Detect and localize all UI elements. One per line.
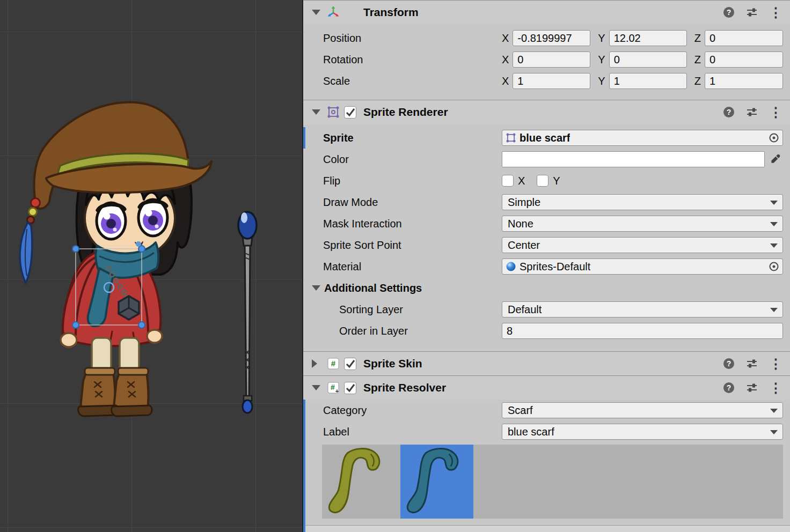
inspector-end-strip [303, 525, 790, 532]
eyedropper-icon[interactable] [768, 153, 783, 165]
sprite-renderer-body: Sprite blue scarf [303, 124, 790, 351]
rotation-row: Rotation X Y Z [303, 49, 790, 70]
bone-gizmo[interactable] [136, 241, 141, 247]
presets-icon[interactable] [745, 357, 758, 370]
axis-z-label: Z [694, 32, 701, 45]
sprite-skin-header[interactable]: # Sprite Skin ? ⋮ [303, 351, 790, 375]
transform-header[interactable]: Transform ? ⋮ [303, 0, 790, 24]
sprite-resolver-title: Sprite Resolver [363, 381, 446, 394]
sprite-resolver-enabled-checkbox[interactable] [344, 382, 356, 394]
scale-x-input[interactable] [513, 73, 590, 89]
position-z-input[interactable] [705, 30, 783, 46]
more-options-icon[interactable]: ⋮ [769, 381, 782, 395]
flip-x-label: X [518, 175, 525, 187]
object-picker-icon[interactable] [769, 261, 779, 272]
flip-x-checkbox[interactable] [502, 175, 514, 187]
mask-interaction-value: None [508, 218, 533, 230]
scale-label: Scale [323, 75, 502, 87]
presets-icon[interactable] [745, 6, 758, 19]
label-row: Label blue scarf [303, 421, 790, 442]
selection-handle-bottom-right[interactable] [138, 322, 145, 328]
presets-icon[interactable] [745, 381, 758, 394]
rotation-z-input[interactable] [705, 51, 783, 68]
scale-z-input[interactable] [705, 73, 783, 89]
order-in-layer-row: Order in Layer [303, 320, 790, 342]
transform-body: Position X Y Z Rotation X Y Z Scale X [303, 24, 790, 100]
material-object-field[interactable]: Sprites-Default [502, 258, 783, 275]
help-icon[interactable]: ? [723, 106, 735, 118]
draw-mode-label: Draw Mode [323, 196, 502, 209]
sprite-renderer-header[interactable]: Sprite Renderer ? ⋮ [303, 100, 790, 124]
sprite-resolver-body: Category Scarf Label blue scarf [303, 400, 790, 525]
help-icon[interactable]: ? [723, 358, 735, 370]
color-label: Color [323, 153, 502, 166]
draw-mode-dropdown[interactable]: Simple [502, 194, 783, 210]
chevron-down-icon [770, 430, 778, 434]
chevron-down-icon [770, 409, 778, 413]
object-picker-icon[interactable] [769, 132, 779, 143]
sprite-resolver-icon: #+ [326, 381, 341, 394]
selection-handle-top-right[interactable] [138, 246, 145, 252]
additional-settings-row[interactable]: Additional Settings [303, 277, 790, 299]
sprite-resolver-header[interactable]: #+ Sprite Resolver ? ⋮ [303, 375, 790, 400]
sprite-sort-point-value: Center [508, 239, 540, 252]
scene-canvas[interactable] [0, 0, 302, 532]
category-dropdown[interactable]: Scarf [502, 402, 783, 418]
thumbnail-blue-scarf-selected[interactable] [400, 445, 473, 519]
help-icon[interactable]: ? [723, 6, 735, 18]
sprite-skin-title: Sprite Skin [363, 357, 422, 370]
position-x-input[interactable] [513, 30, 590, 46]
axis-y-label: Y [598, 54, 605, 66]
scene-view[interactable] [0, 0, 303, 532]
color-row: Color [303, 149, 790, 170]
sprite-skin-foldout[interactable] [312, 359, 325, 368]
mask-interaction-dropdown[interactable]: None [502, 216, 783, 232]
additional-settings-foldout[interactable] [312, 285, 320, 291]
sprite-skin-icon: # [326, 357, 341, 370]
help-icon[interactable]: ? [723, 382, 735, 394]
rotation-label: Rotation [323, 54, 502, 66]
sprite-variant-thumbnails [322, 445, 783, 519]
presets-icon[interactable] [745, 106, 758, 119]
axis-y-label: Y [598, 75, 605, 87]
category-label: Category [323, 404, 502, 417]
resolver-spacer [303, 519, 790, 525]
sprite-skin-enabled-checkbox[interactable] [344, 358, 356, 370]
sprite-sort-point-dropdown[interactable]: Center [502, 237, 783, 253]
additional-settings-label: Additional Settings [324, 282, 422, 294]
order-in-layer-label: Order in Layer [323, 325, 502, 337]
color-swatch[interactable] [502, 151, 765, 167]
prefab-override-bar-sprite [303, 127, 305, 149]
selection-handle-bottom-left[interactable] [72, 322, 79, 328]
sprite-renderer-enabled-checkbox[interactable] [344, 106, 356, 119]
chevron-down-icon [770, 243, 778, 248]
sprite-renderer-icon [326, 105, 341, 119]
draw-mode-value: Simple [508, 196, 540, 209]
selection-handle-top-left[interactable] [72, 246, 79, 252]
category-row: Category Scarf [303, 400, 790, 421]
rotation-x-input[interactable] [513, 51, 590, 68]
scale-row: Scale X Y Z [303, 70, 790, 92]
sprite-resolver-foldout[interactable] [312, 385, 325, 390]
scale-y-input[interactable] [609, 73, 687, 89]
sorting-layer-row: Sorting Layer Default [303, 299, 790, 320]
position-y-input[interactable] [609, 30, 687, 46]
order-in-layer-input[interactable] [502, 323, 783, 339]
label-dropdown[interactable]: blue scarf [502, 424, 783, 440]
thumbnail-green-scarf[interactable] [322, 445, 395, 519]
draw-mode-row: Draw Mode Simple [303, 191, 790, 213]
more-options-icon[interactable]: ⋮ [769, 6, 782, 19]
transform-foldout[interactable] [312, 10, 325, 15]
sprite-row: Sprite blue scarf [303, 127, 790, 149]
chevron-down-icon [770, 201, 778, 205]
sprite-renderer-foldout[interactable] [312, 109, 325, 115]
transform-icon [326, 5, 341, 19]
more-options-icon[interactable]: ⋮ [769, 357, 782, 371]
axis-y-label: Y [598, 32, 605, 45]
flip-y-checkbox[interactable] [537, 175, 548, 187]
sprite-object-field[interactable]: blue scarf [502, 130, 783, 146]
rotation-y-input[interactable] [609, 51, 687, 68]
sprite-renderer-title: Sprite Renderer [363, 106, 448, 119]
sorting-layer-dropdown[interactable]: Default [502, 301, 783, 317]
more-options-icon[interactable]: ⋮ [769, 106, 782, 119]
